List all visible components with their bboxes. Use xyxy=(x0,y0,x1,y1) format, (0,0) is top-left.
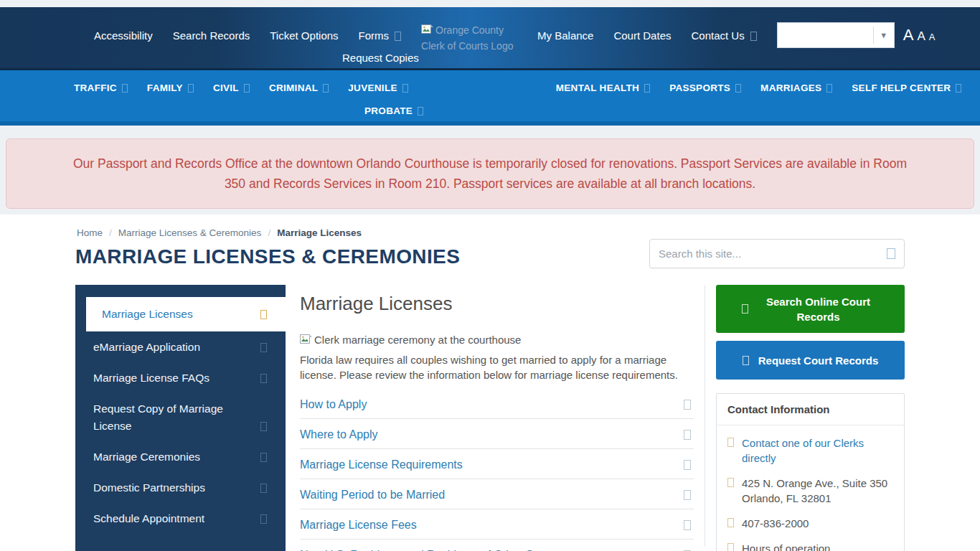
content-heading: Marriage Licenses xyxy=(300,293,694,315)
accordion-label: Waiting Period to be Married xyxy=(300,489,445,501)
nav-mental-health[interactable]: MENTAL HEALTH xyxy=(556,83,650,93)
sidebar-item-label: Marriage License FAQs xyxy=(93,369,209,387)
sidebar-item-label: Schedule Appointment xyxy=(93,510,204,527)
nav-family[interactable]: FAMILY xyxy=(147,83,194,93)
link-search-records[interactable]: Search Records xyxy=(173,29,250,42)
breadcrumb-current: Marriage Licenses xyxy=(277,227,362,238)
broken-image-icon xyxy=(421,24,433,39)
chevron-icon xyxy=(260,310,267,319)
link-request-copies[interactable]: Request Copies xyxy=(342,52,419,64)
nav-passports-label: PASSPORTS xyxy=(669,83,730,93)
forms-label: Forms xyxy=(359,29,390,42)
breadcrumb-separator: / xyxy=(268,227,270,238)
nav-criminal[interactable]: CRIMINAL xyxy=(269,83,329,93)
font-size-small-button[interactable]: A xyxy=(929,32,936,42)
sidebar-item-label: Marriage Ceremonies xyxy=(93,448,200,466)
accordion-where-to-apply[interactable]: Where to Apply xyxy=(300,419,694,449)
chevron-icon xyxy=(260,514,267,524)
menu-forms[interactable]: Forms xyxy=(359,29,402,42)
accordion-license-fees[interactable]: Marriage License Fees xyxy=(300,509,694,540)
nav-family-label: FAMILY xyxy=(147,83,183,93)
nav-marriages[interactable]: MARRIAGES xyxy=(760,83,832,93)
page-container: Home/Marriage Licenses & Ceremonies/Marr… xyxy=(75,215,905,547)
button-label: Request Court Records xyxy=(758,353,879,368)
mental-health-dropdown-icon xyxy=(644,84,650,93)
sidebar-item-schedule-appointment[interactable]: Schedule Appointment xyxy=(75,503,286,534)
breadcrumb-separator: / xyxy=(109,227,112,238)
link-court-dates[interactable]: Court Dates xyxy=(613,29,671,42)
passports-dropdown-icon xyxy=(735,84,741,93)
main-nav-row: TRAFFIC FAMILY CIVIL CRIMINAL JUVENILE M… xyxy=(0,70,980,93)
self-help-dropdown-icon xyxy=(956,84,961,93)
breadcrumb-home[interactable]: Home xyxy=(77,227,103,238)
site-search-icon[interactable] xyxy=(887,248,895,259)
request-court-records-button[interactable]: Request Court Records xyxy=(716,341,905,380)
contact-phone-item: 407-836-2000 xyxy=(727,516,893,531)
contact-clerks-link[interactable]: Contact one of our Clerks directly xyxy=(742,435,878,466)
site-search-input[interactable] xyxy=(659,248,887,260)
nav-civil[interactable]: CIVIL xyxy=(213,83,250,93)
page-title: MARRIAGE LICENSES & CEREMONIES xyxy=(75,245,460,268)
broken-image-icon xyxy=(300,334,312,347)
broken-content-image: Clerk marriage ceremony at the courthous… xyxy=(300,334,694,347)
link-ticket-options[interactable]: Ticket Options xyxy=(270,29,338,42)
sidebar-item-domestic-partnerships[interactable]: Domestic Partnerships xyxy=(75,472,286,503)
nav-self-help-label: SELF HELP CENTER xyxy=(852,83,951,93)
nav-probate[interactable]: PROBATE xyxy=(364,105,423,116)
search-online-court-records-button[interactable]: Search Online Court Records xyxy=(716,285,905,333)
address-line1: 425 N. Orange Ave., Suite 350 xyxy=(742,477,887,489)
nav-probate-label: PROBATE xyxy=(364,105,413,116)
sidebar-item-label: Domestic Partnerships xyxy=(93,479,205,496)
nav-traffic-label: TRAFFIC xyxy=(74,83,117,93)
contact-phone: 407-836-2000 xyxy=(742,516,809,531)
menu-contact-us[interactable]: Contact Us xyxy=(691,29,756,42)
contact-us-label: Contact Us xyxy=(691,29,744,42)
expand-icon xyxy=(684,460,691,470)
logo-alt-text: Orange County Clerk of Courts Logo xyxy=(421,24,513,52)
contact-clerks-item: Contact one of our Clerks directly xyxy=(727,435,893,466)
link-my-balance[interactable]: My Balance xyxy=(537,29,593,42)
intro-paragraph: Florida law requires all couples wishing… xyxy=(300,352,691,382)
contact-card-title: Contact Information xyxy=(717,394,904,425)
accordion-label: How to Apply xyxy=(300,398,367,411)
chevron-icon xyxy=(260,484,267,493)
forms-dropdown-icon xyxy=(395,32,401,41)
header-search-box: ▼ xyxy=(777,22,895,48)
contact-hours: Hours of operation xyxy=(742,541,830,551)
alert-wrapper: Our Passport and Records Office at the d… xyxy=(0,126,980,210)
accordion-label: Marriage License Requirements xyxy=(300,458,463,471)
nav-traffic[interactable]: TRAFFIC xyxy=(74,83,128,93)
sidebar-item-emarriage-application[interactable]: eMarriage Application xyxy=(75,331,286,362)
accordion-non-us-residents[interactable]: Non-U.S. Residents and Residents of Othe… xyxy=(300,540,694,551)
address-line2: Orlando, FL 32801 xyxy=(742,492,831,504)
breadcrumb-marriage-licenses-ceremonies[interactable]: Marriage Licenses & Ceremonies xyxy=(118,227,262,238)
nav-passports[interactable]: PASSPORTS xyxy=(669,83,741,93)
header-search-input[interactable] xyxy=(778,24,873,47)
sidebar-item-request-copy[interactable]: Request Copy of Marriage License xyxy=(75,393,286,441)
civil-dropdown-icon xyxy=(244,84,250,93)
family-dropdown-icon xyxy=(188,84,194,93)
nav-criminal-label: CRIMINAL xyxy=(269,83,318,93)
search-dropdown-button[interactable]: ▼ xyxy=(874,31,894,39)
nav-mental-health-label: MENTAL HEALTH xyxy=(556,83,639,93)
accordion-waiting-period[interactable]: Waiting Period to be Married xyxy=(300,479,694,509)
sidebar-item-marriage-ceremonies[interactable]: Marriage Ceremonies xyxy=(75,441,286,472)
link-accessibility[interactable]: Accessibility xyxy=(94,29,153,42)
accordion-label: Where to Apply xyxy=(300,428,378,441)
accordion-how-to-apply[interactable]: How to Apply xyxy=(300,389,694,419)
sidebar-item-marriage-license-faqs[interactable]: Marriage License FAQs xyxy=(75,362,286,393)
nav-self-help-center[interactable]: SELF HELP CENTER xyxy=(852,83,961,93)
content-columns: Marriage Licenses eMarriage Application … xyxy=(75,285,905,547)
main-content: Marriage Licenses Clerk marriage ceremon… xyxy=(286,285,705,547)
utility-bar: Accessibility Search Records Ticket Opti… xyxy=(0,7,980,68)
sidebar-item-marriage-licenses[interactable]: Marriage Licenses xyxy=(86,297,286,331)
expand-icon xyxy=(684,400,691,410)
nav-juvenile[interactable]: JUVENILE xyxy=(348,83,407,93)
accordion-license-requirements[interactable]: Marriage License Requirements xyxy=(300,449,694,479)
chevron-icon xyxy=(260,422,267,431)
accordion-label: Marriage License Fees xyxy=(300,519,417,532)
font-size-large-button[interactable]: A xyxy=(903,26,914,44)
breadcrumb: Home/Marriage Licenses & Ceremonies/Marr… xyxy=(77,227,905,238)
font-size-medium-button[interactable]: A xyxy=(917,29,925,44)
site-logo[interactable]: Orange County Clerk of Courts Logo xyxy=(421,23,517,53)
